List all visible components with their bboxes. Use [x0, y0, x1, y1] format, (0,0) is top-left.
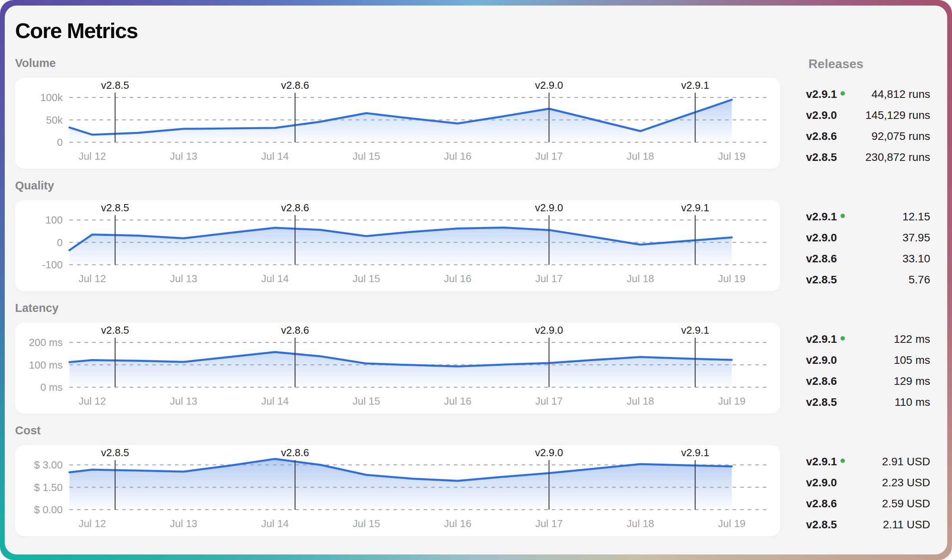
version-wrap: v2.9.0	[806, 231, 837, 244]
cost-release-stats: v2.9.12.91 USDv2.9.02.23 USDv2.8.62.59 U…	[806, 451, 930, 535]
current-release-dot-icon	[841, 459, 845, 463]
release-version-label: v2.9.0	[806, 476, 837, 489]
current-release-dot-icon	[841, 214, 845, 218]
latency-release-value: 129 ms	[894, 375, 930, 388]
latency-y-tick-label: 200 ms	[29, 336, 63, 348]
volume-x-tick-label: Jul 12	[79, 150, 106, 162]
volume-y-tick-label: 0	[57, 136, 63, 148]
volume-x-tick-label: Jul 18	[627, 150, 654, 162]
latency-x-tick-label: Jul 12	[79, 395, 106, 407]
section-latency: Latency200 ms100 ms0 msv2.8.5v2.8.6v2.9.…	[15, 302, 930, 414]
cost-x-tick-label: Jul 13	[170, 518, 197, 529]
version-wrap: v2.8.5	[806, 396, 837, 409]
latency-chart-card: 200 ms100 ms0 msv2.8.5v2.8.6v2.9.0v2.9.1…	[15, 323, 780, 414]
release-marker-label-v2.8.6: v2.8.6	[281, 447, 309, 459]
latency-section-label: Latency	[15, 302, 780, 314]
cost-release-value: 2.91 USD	[882, 455, 930, 468]
volume-release-value: 44,812 runs	[871, 88, 930, 101]
cost-x-tick-label: Jul 19	[718, 518, 745, 529]
volume-x-tick-label: Jul 15	[353, 150, 380, 162]
quality-x-tick-label: Jul 15	[353, 273, 380, 285]
version-wrap: v2.9.1	[806, 210, 845, 223]
release-marker-label-v2.9.0: v2.9.0	[535, 79, 563, 91]
cost-x-tick-label: Jul 14	[261, 518, 288, 529]
release-marker-label-v2.9.1: v2.9.1	[681, 79, 709, 91]
release-version-label: v2.9.0	[806, 109, 837, 122]
gradient-frame: Core Metrics Volume100k50k0v2.8.5v2.8.6v…	[0, 0, 952, 560]
release-marker-label-v2.8.5: v2.8.5	[101, 447, 129, 459]
latency-release-value: 110 ms	[894, 396, 930, 409]
latency-release-stats: v2.9.1122 msv2.9.0105 msv2.8.6129 msv2.8…	[806, 329, 930, 413]
latency-x-tick-label: Jul 15	[353, 395, 380, 407]
volume-y-tick-label: 100k	[40, 92, 63, 103]
cost-chart-card: $ 3.00$ 1.50$ 0.00v2.8.5v2.8.6v2.9.0v2.9…	[15, 445, 780, 536]
quality-chart-card: 1000-100v2.8.5v2.8.6v2.9.0v2.9.1Jul 12Ju…	[15, 200, 780, 291]
release-version-label: v2.9.0	[806, 354, 837, 367]
latency-x-tick-label: Jul 14	[261, 395, 288, 407]
version-wrap: v2.9.1	[806, 88, 845, 101]
release-marker-label-v2.9.1: v2.9.1	[681, 447, 709, 459]
quality-stats-column: v2.9.112.15v2.9.037.95v2.8.633.10v2.8.55…	[806, 180, 930, 291]
cost-stats-row-v2.8.6: v2.8.62.59 USD	[806, 493, 930, 514]
volume-y-tick-label: 50k	[46, 114, 63, 126]
latency-y-tick-label: 0 ms	[40, 381, 63, 393]
release-marker-label-v2.9.1: v2.9.1	[681, 324, 709, 336]
latency-chart: 200 ms100 ms0 msv2.8.5v2.8.6v2.9.0v2.9.1…	[15, 323, 780, 414]
volume-stats-row-v2.8.6: v2.8.692,075 runs	[806, 126, 930, 147]
cost-x-tick-label: Jul 15	[353, 518, 380, 529]
section-volume: Volume100k50k0v2.8.5v2.8.6v2.9.0v2.9.1Ju…	[15, 57, 930, 169]
volume-x-tick-label: Jul 16	[444, 150, 471, 162]
volume-release-stats: v2.9.144,812 runsv2.9.0145,129 runsv2.8.…	[806, 84, 930, 168]
release-marker-label-v2.8.6: v2.8.6	[281, 79, 309, 91]
release-marker-label-v2.8.5: v2.8.5	[101, 79, 129, 91]
release-marker-label-v2.8.5: v2.8.5	[101, 324, 129, 336]
volume-stats-row-v2.9.0: v2.9.0145,129 runs	[806, 105, 930, 126]
quality-release-value: 33.10	[902, 252, 930, 265]
release-marker-label-v2.9.1: v2.9.1	[681, 202, 709, 214]
releases-header: Releases	[808, 57, 864, 70]
volume-chart-column: Volume100k50k0v2.8.5v2.8.6v2.9.0v2.9.1Ju…	[15, 57, 780, 169]
volume-x-tick-label: Jul 19	[718, 150, 745, 162]
section-cost: Cost$ 3.00$ 1.50$ 0.00v2.8.5v2.8.6v2.9.0…	[15, 425, 930, 536]
version-wrap: v2.8.6	[806, 252, 837, 265]
quality-y-tick-label: 0	[57, 237, 63, 248]
cost-x-tick-label: Jul 12	[79, 518, 106, 529]
release-version-label: v2.9.1	[806, 210, 837, 223]
release-marker-label-v2.9.0: v2.9.0	[535, 202, 563, 214]
volume-chart: 100k50k0v2.8.5v2.8.6v2.9.0v2.9.1Jul 12Ju…	[15, 78, 780, 169]
release-marker-label-v2.9.0: v2.9.0	[535, 447, 563, 459]
quality-x-tick-label: Jul 18	[627, 273, 654, 285]
cost-stats-column: v2.9.12.91 USDv2.9.02.23 USDv2.8.62.59 U…	[806, 425, 930, 536]
cost-x-tick-label: Jul 18	[627, 518, 654, 529]
volume-stats-row-v2.8.5: v2.8.5230,872 runs	[806, 147, 930, 168]
volume-x-tick-label: Jul 13	[170, 150, 197, 162]
version-wrap: v2.9.1	[806, 455, 845, 468]
quality-x-tick-label: Jul 17	[535, 273, 562, 285]
version-wrap: v2.8.6	[806, 375, 837, 388]
release-version-label: v2.8.6	[806, 130, 837, 143]
cost-stats-row-v2.9.0: v2.9.02.23 USD	[806, 472, 930, 493]
version-wrap: v2.9.0	[806, 476, 837, 489]
cost-section-label: Cost	[15, 425, 780, 436]
version-wrap: v2.9.0	[806, 354, 837, 367]
latency-chart-column: Latency200 ms100 ms0 msv2.8.5v2.8.6v2.9.…	[15, 302, 780, 414]
quality-stats-row-v2.9.1: v2.9.112.15	[806, 206, 930, 227]
latency-y-tick-label: 100 ms	[29, 359, 63, 371]
cost-stats-row-v2.9.1: v2.9.12.91 USD	[806, 451, 930, 472]
release-marker-label-v2.8.6: v2.8.6	[281, 202, 309, 214]
latency-x-tick-label: Jul 18	[627, 395, 654, 407]
version-wrap: v2.8.6	[806, 130, 837, 143]
release-version-label: v2.9.0	[806, 231, 837, 244]
quality-section-label: Quality	[15, 180, 780, 191]
quality-release-value: 12.15	[902, 210, 930, 223]
release-version-label: v2.8.5	[806, 396, 837, 409]
quality-x-tick-label: Jul 14	[261, 273, 288, 285]
volume-x-tick-label: Jul 14	[261, 150, 288, 162]
version-wrap: v2.9.1	[806, 333, 845, 346]
version-wrap: v2.8.6	[806, 497, 837, 510]
version-wrap: v2.9.0	[806, 109, 837, 122]
current-release-dot-icon	[841, 91, 845, 96]
quality-chart-column: Quality1000-100v2.8.5v2.8.6v2.9.0v2.9.1J…	[15, 180, 780, 291]
dashboard-panel: Core Metrics Volume100k50k0v2.8.5v2.8.6v…	[5, 6, 947, 554]
latency-stats-row-v2.9.1: v2.9.1122 ms	[806, 329, 930, 350]
